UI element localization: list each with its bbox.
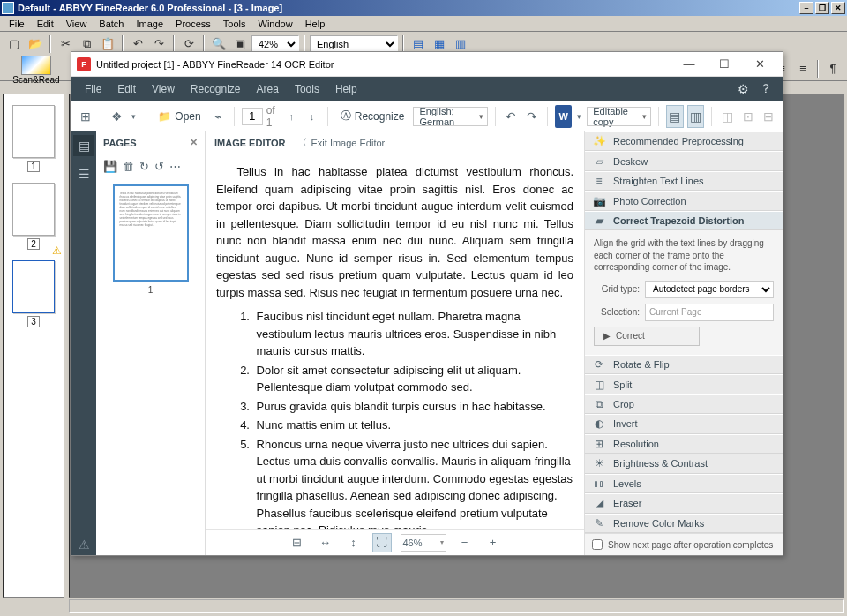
grid-type-select[interactable]: Autodetect page borders (645, 281, 774, 298)
menu-window[interactable]: Window (252, 18, 299, 30)
fr6-horizontal-scrollbar[interactable] (69, 599, 844, 613)
chevron-left-icon: 〈 (297, 136, 307, 149)
fit-width-icon[interactable]: ⊟ (288, 533, 307, 552)
show-next-page-checkbox[interactable] (592, 539, 603, 550)
fr14-minimize-button[interactable]: — (671, 52, 707, 77)
restore-button[interactable]: ❐ (815, 2, 829, 14)
exit-image-editor-button[interactable]: 〈Exit Image Editor (297, 136, 385, 149)
fr14-menu-tools[interactable]: Tools (287, 79, 327, 99)
word-icon[interactable]: W (555, 105, 572, 128)
fit-horiz-icon[interactable]: ↔ (316, 533, 335, 552)
close-button[interactable]: ✕ (831, 2, 845, 14)
new-icon[interactable]: ▢ (4, 34, 24, 54)
rotate-icon[interactable]: ↻ (139, 160, 149, 173)
menu-file[interactable]: File (3, 18, 31, 30)
tool-photo[interactable]: 📷Photo Correction (585, 191, 783, 210)
fr14-maximize-button[interactable]: ☐ (707, 52, 742, 77)
tool-trapezoid[interactable]: ▰Correct Trapezoid Distortion (585, 211, 783, 230)
delete-icon[interactable]: 🗑 (123, 160, 134, 173)
undo-icon-14[interactable]: ↶ (503, 105, 520, 128)
fr14-menu-view[interactable]: View (144, 79, 183, 99)
zoom-in-icon[interactable]: + (483, 533, 503, 552)
fr14-menu-recognize[interactable]: Recognize (183, 79, 249, 99)
menu-tools[interactable]: Tools (217, 18, 252, 30)
open-icon[interactable]: 📂 (26, 34, 45, 54)
redo-page-icon[interactable]: ↺ (154, 160, 164, 173)
fr14-close-button[interactable]: ✕ (742, 52, 777, 77)
menu-edit[interactable]: Edit (31, 18, 60, 30)
new-task-icon[interactable]: ⊞ (77, 105, 94, 128)
scan-icon[interactable]: ⌁ (210, 105, 227, 128)
redo-icon-14[interactable]: ↷ (523, 105, 540, 128)
open-button[interactable]: 📁Open (153, 108, 206, 125)
options-icon[interactable]: ⊟ (761, 105, 777, 128)
more-icon[interactable]: ⋯ (169, 160, 181, 173)
scan-read-button[interactable]: Scan&Read (4, 56, 68, 89)
rail-warning-icon[interactable]: ⚠ (73, 534, 94, 555)
zoom-select[interactable]: 42% (251, 35, 299, 53)
menu-image[interactable]: Image (131, 18, 170, 30)
page-up-icon[interactable]: ↑ (283, 105, 300, 128)
tool-colormarks[interactable]: ✎Remove Color Marks (585, 514, 783, 533)
layers-icon[interactable]: ❖ (109, 105, 125, 128)
pilcrow-icon[interactable]: ¶ (823, 59, 843, 79)
list-item: Dolor sit amet consectetur adipiscing el… (253, 362, 573, 396)
tool-rotate[interactable]: ⟳Rotate & Flip (585, 355, 783, 374)
minimize-button[interactable]: – (799, 2, 813, 14)
tool-eraser[interactable]: ◢Eraser (585, 493, 783, 513)
menu-help[interactable]: Help (299, 18, 332, 30)
editor-page-content[interactable]: Tellus in hac habitasse platea dictumst … (206, 154, 584, 529)
rail-list-icon[interactable]: ☰ (73, 163, 94, 184)
view-image-icon[interactable]: ▤ (666, 105, 684, 128)
tool-resolution[interactable]: ⊞Resolution (585, 434, 783, 454)
correct-button[interactable]: ▶Correct (594, 327, 700, 346)
editor-zoom-select[interactable]: 46%▾ (401, 534, 446, 552)
selection-select[interactable]: Current Page (645, 304, 774, 321)
fr14-menu-area[interactable]: Area (249, 79, 287, 99)
fr14-menu-file[interactable]: File (77, 79, 109, 99)
verify-icon[interactable]: ⊡ (739, 105, 756, 128)
tool-crop[interactable]: ⧉Crop (585, 394, 783, 414)
fr14-menu-edit[interactable]: Edit (109, 79, 144, 99)
tool-deskew[interactable]: ▱Deskew (585, 151, 783, 170)
camera-icon: 📷 (592, 195, 606, 207)
fr14-titlebar: F Untitled project [1] - ABBYY FineReade… (71, 52, 783, 77)
page-thumbnail-1[interactable]: Tellus in hac habitasse platea dictumst … (113, 184, 189, 282)
correct-label: Correct (616, 331, 645, 341)
fr14-left-rail: ▤ ☰ ⚠ (71, 131, 96, 555)
menu-process[interactable]: Process (169, 18, 217, 30)
tool-straighten[interactable]: ≡Straighten Text Lines (585, 171, 783, 191)
thumb-1[interactable]: 1 (12, 105, 55, 172)
menu-view[interactable]: View (60, 18, 94, 30)
tool-brightness[interactable]: ☀Brightness & Contrast (585, 454, 783, 473)
view-text-icon[interactable]: ▥ (687, 105, 705, 128)
fr14-app-icon: F (77, 57, 91, 71)
tool-split[interactable]: ◫Split (585, 374, 783, 394)
page-down-icon[interactable]: ↓ (304, 105, 320, 128)
pages-close-icon[interactable]: ✕ (190, 137, 198, 148)
word-chevron-icon[interactable]: ▾ (575, 105, 583, 128)
area-tool-icon[interactable]: ◫ (719, 105, 736, 128)
output-dropdown[interactable]: Editable copy (587, 107, 651, 126)
language-select[interactable]: English (310, 35, 398, 53)
menu-batch[interactable]: Batch (93, 18, 130, 30)
align-justify-icon[interactable]: ≡ (793, 59, 813, 79)
fit-vert-icon[interactable]: ↕ (344, 533, 364, 552)
fit-page-icon[interactable]: ⛶ (372, 533, 392, 552)
fr14-menu-help[interactable]: Help (327, 79, 365, 99)
thumb-2[interactable]: ⚠ 2 (12, 183, 55, 250)
chevron-down-icon[interactable]: ▾ (129, 105, 138, 128)
tool-invert[interactable]: ◐Invert (585, 414, 783, 433)
thumb-3[interactable]: 3 (12, 260, 55, 327)
zoom-out-icon[interactable]: − (455, 533, 475, 552)
fr14-toolbar: ⊞ ❖ ▾ 📁Open ⌁ of 1 ↑ ↓ ⒶRecognize Englis… (71, 101, 783, 131)
rail-pages-icon[interactable]: ▤ (73, 135, 94, 156)
recognize-button[interactable]: ⒶRecognize (335, 106, 410, 126)
tool-levels[interactable]: ⫾⫾Levels (585, 474, 783, 493)
page-input[interactable] (242, 108, 263, 125)
save-icon[interactable]: 💾 (103, 160, 117, 173)
help-icon[interactable]: ？ (754, 81, 777, 97)
settings-icon[interactable]: ⚙ (731, 82, 754, 96)
language-dropdown[interactable]: English; German (413, 107, 488, 126)
tool-recommended[interactable]: ✨Recommended Preprocessing (585, 131, 783, 151)
